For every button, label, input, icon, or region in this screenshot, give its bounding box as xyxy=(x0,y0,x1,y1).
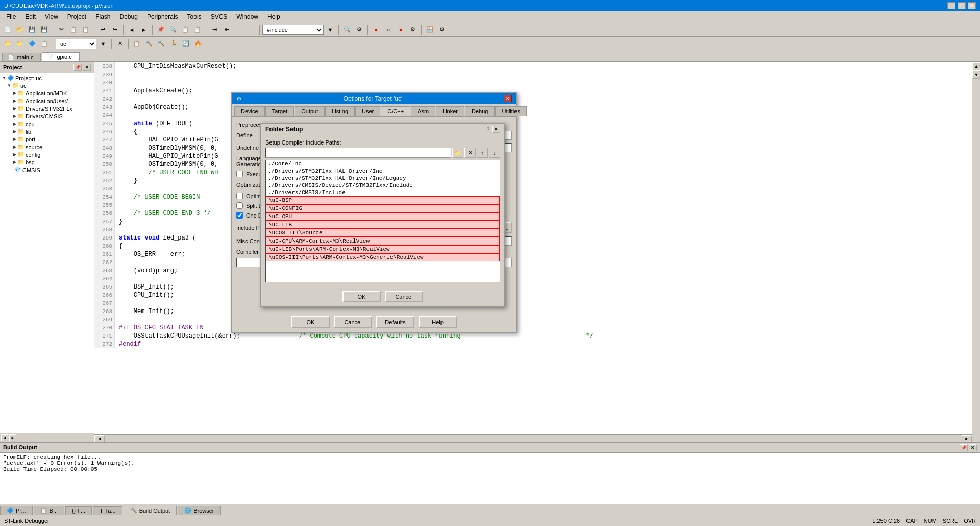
menu-edit[interactable]: Edit xyxy=(21,12,40,21)
folder-path-input[interactable] xyxy=(265,148,451,158)
menu-window[interactable]: Window xyxy=(232,12,262,21)
menu-file[interactable]: File xyxy=(2,12,20,21)
tree-uc[interactable]: ▼ 📁 uc xyxy=(1,82,93,89)
tb-btn6[interactable]: ≡ xyxy=(246,24,257,35)
tb2-btn1[interactable]: 📁 xyxy=(2,38,13,50)
tb-btn3[interactable]: 📋 xyxy=(180,24,191,35)
hscroll-left[interactable]: ◄ xyxy=(94,435,105,442)
folder-item-5[interactable]: \uC-BSP xyxy=(266,196,500,204)
right-scrollbar[interactable]: ▲ ▼ xyxy=(972,62,980,442)
opt-time-check[interactable] xyxy=(236,193,243,199)
window-btn[interactable]: 🪟 xyxy=(424,24,435,35)
folder-help-icon[interactable]: ? xyxy=(486,126,490,132)
opt-tab-output[interactable]: Output xyxy=(295,106,325,116)
copy-btn[interactable]: 📋 xyxy=(68,24,79,35)
folder-item-8[interactable]: \uC-LIB xyxy=(266,221,500,229)
target-combo[interactable]: uc xyxy=(56,39,96,49)
tb2-btn3[interactable]: 🔷 xyxy=(27,38,38,50)
folder-item-4[interactable]: ./Drivers/CMSIS/Include xyxy=(266,189,500,196)
menu-peripherals[interactable]: Peripherals xyxy=(143,12,182,21)
folder-item-11[interactable]: \uC-LIB\Ports\ARM-Cortex-M3\RealView xyxy=(266,245,500,253)
tab-project[interactable]: 🔷 Pr... xyxy=(0,506,33,515)
folder-ok-btn[interactable]: OK xyxy=(342,291,381,302)
tab-browser[interactable]: 🌐 Browser xyxy=(178,506,220,515)
tb2-btn10[interactable]: 🔥 xyxy=(192,38,204,50)
options-defaults-btn[interactable]: Defaults xyxy=(376,316,414,328)
folder-item-6[interactable]: \uC-CONFIG xyxy=(266,204,500,212)
options-cancel-btn[interactable]: Cancel xyxy=(334,316,372,328)
tb-btn7[interactable]: ⚙ xyxy=(354,24,365,35)
maximize-button[interactable]: □ xyxy=(958,2,966,9)
vscroll-up[interactable]: ▲ xyxy=(972,62,980,70)
opt-tab-target[interactable]: Target xyxy=(265,106,295,116)
tb-btn8[interactable]: ⚙ xyxy=(407,24,419,35)
redo-btn[interactable]: ↪ xyxy=(109,24,120,35)
tb2-btn4[interactable]: 📋 xyxy=(39,38,50,50)
tb-btn1[interactable]: 📌 xyxy=(155,24,166,35)
folder-down-btn[interactable]: ↓ xyxy=(489,148,500,158)
tree-config[interactable]: ▶ 📁 config xyxy=(1,151,93,158)
tab-build-output[interactable]: 🔨 Build Output xyxy=(124,506,177,515)
tree-bsp[interactable]: ▶ 📁 bsp xyxy=(1,158,93,166)
folder-delete-btn[interactable]: ✕ xyxy=(464,148,476,158)
save-all-btn[interactable]: 💾 xyxy=(39,24,50,35)
close-button[interactable]: ✕ xyxy=(968,2,976,9)
folder-close-btn[interactable]: ✕ xyxy=(492,126,500,133)
tb2-btn9[interactable]: 🔄 xyxy=(180,38,191,50)
proj-left-btn[interactable]: ◄ xyxy=(1,434,8,441)
undo-btn[interactable]: ↩ xyxy=(97,24,108,35)
folder-cancel-btn[interactable]: Cancel xyxy=(385,291,423,302)
tree-application-user[interactable]: ▶ 📁 Application/User/ xyxy=(1,97,93,105)
opt-tab-device[interactable]: Device xyxy=(234,106,265,116)
menu-help[interactable]: Help xyxy=(263,12,284,21)
proj-right-btn[interactable]: ► xyxy=(9,434,16,441)
options-close-btn[interactable]: ✕ xyxy=(504,95,512,102)
tab-main-c[interactable]: 📄 main.c xyxy=(2,53,41,61)
unindent-btn[interactable]: ⇤ xyxy=(221,24,232,35)
opt-tab-debug[interactable]: Debug xyxy=(465,106,495,116)
tree-drivers-cmsis[interactable]: ▶ 📁 Drivers/CMSIS xyxy=(1,112,93,120)
folder-item-1[interactable]: ./Drivers/STM32F1xx_HAL_Driver/Inc xyxy=(266,168,500,175)
tb-btn4[interactable]: 📋 xyxy=(192,24,203,35)
nav-back-btn[interactable]: ◄ xyxy=(126,24,137,35)
project-lock-btn[interactable]: 📌 xyxy=(74,64,82,71)
build-output-pin[interactable]: 📌 xyxy=(960,444,968,451)
tab-gpio-c[interactable]: 📄 gpio.c xyxy=(42,52,79,61)
tb2-btn8[interactable]: 🏃 xyxy=(168,38,179,50)
folder-path-list[interactable]: ./Core/Inc ./Drivers/STM32F1xx_HAL_Drive… xyxy=(265,160,500,282)
menu-view[interactable]: View xyxy=(41,12,62,21)
tree-lib[interactable]: ▶ 📁 lib xyxy=(1,128,93,135)
options-help-btn[interactable]: Help xyxy=(419,316,457,328)
menu-debug[interactable]: Debug xyxy=(116,12,142,21)
save-btn[interactable]: 💾 xyxy=(27,24,38,35)
project-close-btn[interactable]: ✕ xyxy=(83,64,91,71)
paste-btn[interactable]: 📋 xyxy=(80,24,91,35)
stop-btn[interactable]: ○ xyxy=(383,24,394,35)
tree-cpu[interactable]: ▶ 📁 cpu xyxy=(1,120,93,128)
play-btn[interactable]: ● xyxy=(395,24,406,35)
build-output-close[interactable]: ✕ xyxy=(969,444,977,451)
menu-svcs[interactable]: SVCS xyxy=(207,12,232,21)
indent-btn[interactable]: ⇥ xyxy=(209,24,220,35)
target-drop-btn[interactable]: ▼ xyxy=(97,38,109,50)
menu-project[interactable]: Project xyxy=(63,12,90,21)
folder-item-9[interactable]: \uCOS-III\Source xyxy=(266,229,500,237)
opt-tab-cc[interactable]: C/C++ xyxy=(381,106,410,116)
tb-btn5[interactable]: ≡ xyxy=(233,24,244,35)
tree-port[interactable]: ▶ 📁 port xyxy=(1,135,93,143)
menu-flash[interactable]: Flash xyxy=(91,12,114,21)
folder-item-12[interactable]: \uCOS-III\Ports\ARM-Cortex-M3\Generic\Re… xyxy=(266,253,500,261)
folder-item-0[interactable]: ./Core/Inc xyxy=(266,160,500,168)
folder-item-10[interactable]: \uC-CPU\ARM-Cortex-M3\RealView xyxy=(266,237,500,245)
tree-source[interactable]: ▶ 📁 source xyxy=(1,143,93,151)
opt-tab-listing[interactable]: Listing xyxy=(325,106,355,116)
record-btn[interactable]: ● xyxy=(371,24,382,35)
nav-fwd-btn[interactable]: ► xyxy=(138,24,150,35)
hscroll-right[interactable]: ► xyxy=(962,435,972,442)
tb2-btn2[interactable]: 📁 xyxy=(14,38,26,50)
tab-functions[interactable]: {} F... xyxy=(65,506,92,515)
exec-only-check[interactable] xyxy=(236,171,243,177)
folder-browse-btn[interactable]: 📁 xyxy=(452,148,463,158)
minimize-button[interactable]: ─ xyxy=(947,2,955,9)
one-elf-check[interactable] xyxy=(236,212,243,219)
